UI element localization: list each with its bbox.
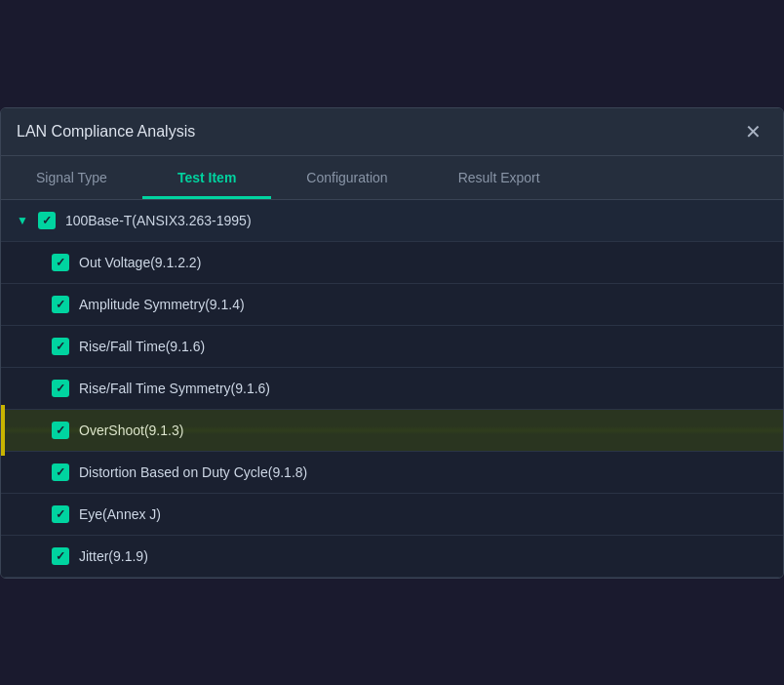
item-label-rise-fall-symmetry: Rise/Fall Time Symmetry(9.1.6) [79,381,270,396]
tab-signal-type[interactable]: Signal Type [1,156,142,199]
item-row-overshoot: OverShoot(9.1.3) [1,410,783,452]
tab-bar: Signal Type Test Item Configuration Resu… [1,156,783,200]
item-row-out-voltage: Out Voltage(9.1.2.2) [1,242,783,284]
items-list: Out Voltage(9.1.2.2)Amplitude Symmetry(9… [1,242,783,578]
item-label-distortion-duty: Distortion Based on Duty Cycle(9.1.8) [79,464,307,480]
section-label: 100Base-T(ANSIX3.263-1995) [65,213,252,228]
checkbox-jitter[interactable] [52,547,69,565]
section-checkbox[interactable] [38,212,56,229]
item-row-distortion-duty: Distortion Based on Duty Cycle(9.1.8) [1,452,783,494]
collapse-chevron[interactable]: ▼ [17,214,28,227]
close-button[interactable]: ✕ [739,120,767,143]
lan-compliance-dialog: LAN Compliance Analysis ✕ Signal Type Te… [0,107,784,579]
item-label-jitter: Jitter(9.1.9) [79,548,148,564]
item-label-rise-fall-time: Rise/Fall Time(9.1.6) [79,339,205,354]
checkbox-distortion-duty[interactable] [52,463,69,481]
tab-configuration[interactable]: Configuration [271,156,422,199]
item-label-amplitude-symmetry: Amplitude Symmetry(9.1.4) [79,297,245,312]
checkbox-eye[interactable] [52,505,69,523]
item-label-eye: Eye(Annex J) [79,506,161,522]
item-row-eye: Eye(Annex J) [1,494,783,536]
checkbox-rise-fall-symmetry[interactable] [52,380,69,397]
item-row-jitter: Jitter(9.1.9) [1,536,783,578]
tab-test-item[interactable]: Test Item [142,156,271,199]
checkbox-rise-fall-time[interactable] [52,338,69,355]
checkbox-out-voltage[interactable] [52,254,69,271]
title-bar: LAN Compliance Analysis ✕ [1,108,783,156]
item-row-rise-fall-symmetry: Rise/Fall Time Symmetry(9.1.6) [1,368,783,410]
test-item-content: ▼ 100Base-T(ANSIX3.263-1995) Out Voltage… [1,200,783,578]
tab-result-export[interactable]: Result Export [423,156,575,199]
dialog-title: LAN Compliance Analysis [17,123,195,141]
checkbox-overshoot[interactable] [52,422,69,439]
item-label-out-voltage: Out Voltage(9.1.2.2) [79,255,201,270]
item-label-overshoot: OverShoot(9.1.3) [79,423,183,438]
section-header: ▼ 100Base-T(ANSIX3.263-1995) [1,200,783,242]
item-row-rise-fall-time: Rise/Fall Time(9.1.6) [1,326,783,368]
item-row-amplitude-symmetry: Amplitude Symmetry(9.1.4) [1,284,783,326]
checkbox-amplitude-symmetry[interactable] [52,296,69,313]
